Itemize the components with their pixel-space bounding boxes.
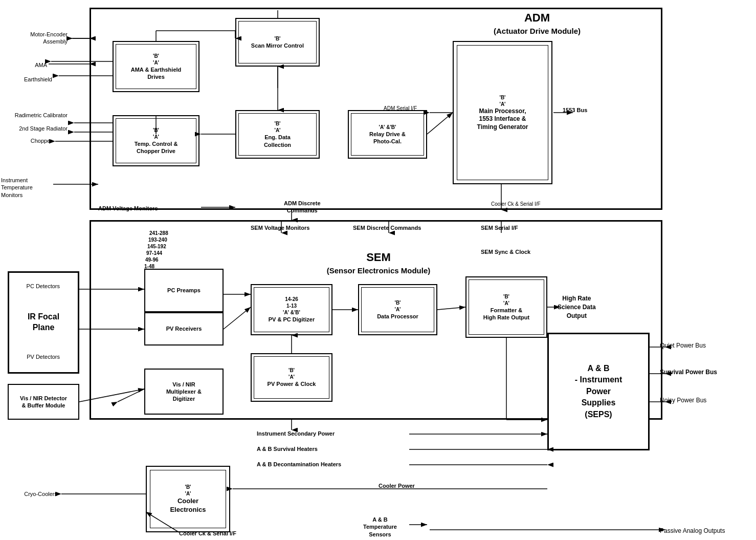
cooler-a-label: 'A' xyxy=(185,490,191,497)
pv-digitizer-range2: 1-13 xyxy=(286,303,297,309)
data-proc-label: Data Processor xyxy=(377,313,418,320)
ab-temp-sensors-label: A & BTemperatureSensors xyxy=(363,516,397,538)
scan-mirror-b-label: 'B' xyxy=(275,35,281,42)
ir-focal-plane-label: IR Focal Plane xyxy=(28,312,59,333)
eng-data-box: 'B' 'A' Eng. Data Collection xyxy=(235,110,320,159)
pv-digitizer-box: 14-26 1-13 'A' &'B' PV & PC Digitizer xyxy=(251,284,332,335)
cryo-coolers-label: Cryo-Coolers xyxy=(1,490,57,498)
sem-discrete-commands-label: SEM Discrete Commands xyxy=(353,224,421,231)
data-proc-a-label: 'A' xyxy=(395,306,401,313)
pv-receivers-label: PV Receivers xyxy=(166,325,202,332)
pv-power-label: PV Power & Clock xyxy=(268,380,316,387)
data-proc-b-label: 'B' xyxy=(395,299,401,306)
motor-encoder-label: Motor-EncoderAssembly xyxy=(1,31,68,46)
eng-data-b-label: 'B' xyxy=(275,120,281,127)
earthshield-label: Earthshield xyxy=(1,76,52,83)
quiet-power-bus-label: Quiet Power Bus xyxy=(660,342,706,350)
pv-digitizer-range1: 14-26 xyxy=(285,296,298,303)
pc-preamps-stack: 241-288 193-240 145-192 97-144 49-96 1-4… xyxy=(144,233,224,276)
main-processor-outer: 'B' 'A' Main Processor, 1553 Interface &… xyxy=(453,41,552,184)
temp-control-label: Temp. Control & Chopper Drive xyxy=(135,140,178,155)
ama-drives-a-label: 'A' xyxy=(153,59,159,66)
seps-label: A & B - Instrument Power Supplies (SEPS) xyxy=(575,363,622,420)
eng-data-label: Eng. Data Collection xyxy=(264,134,291,148)
chopper-label: Chopper xyxy=(1,137,52,144)
adm-subtitle: (Actuator Drive Module) xyxy=(419,27,655,35)
decontamination-heaters-label: A & B Decontamination Heaters xyxy=(257,461,341,468)
high-rate-output-label: High RateScience DataOutput xyxy=(558,294,596,320)
ama-drives-label: AMA & Earthshield Drives xyxy=(131,66,182,81)
ama-drives-box: 'B' 'A' AMA & Earthshield Drives xyxy=(113,41,199,92)
vis-nir-label: Vis / NIR Multiplexer & Digitizer xyxy=(166,381,202,403)
noisy-power-bus-label: Noisy Power Bus xyxy=(660,397,706,405)
temp-control-b-label: 'B' xyxy=(153,127,159,134)
passive-analog-outputs-label: Passive Analog Outputs xyxy=(660,527,725,535)
pv-power-clock-box: 'B' 'A' PV Power & Clock xyxy=(251,353,332,402)
instrument-temp-label: InstrumentTemperatureMonitors xyxy=(1,177,52,199)
survival-heaters-label: A & B Survival Heaters xyxy=(257,445,318,452)
relay-drive-label: Relay Drive & Photo-Cal. xyxy=(369,131,406,145)
main-proc-b-label: 'B' xyxy=(500,94,506,101)
data-processor-box: 'B' 'A' Data Processor xyxy=(358,284,437,335)
adm-serial-if-label: ADM Serial I/F xyxy=(384,105,417,112)
vis-nir-detector-label: Vis / NIR Detector & Buffer Module xyxy=(20,395,67,409)
pv-detectors-label: PV Detectors xyxy=(1,353,60,360)
radimetric-calibrator-label: Radimetric Calibrator xyxy=(1,112,68,119)
cooler-label: Cooler Electronics xyxy=(170,497,206,514)
scan-mirror-label: Scan Mirror Control xyxy=(251,42,304,49)
diagram-container: ADM (Actuator Drive Module) 'B' Scan Mir… xyxy=(0,0,756,540)
formatter-b-label: 'B' xyxy=(503,293,509,300)
cooler-outer: 'B' 'A' Cooler Electronics xyxy=(146,466,230,532)
main-proc-a-label: 'A' xyxy=(500,101,506,107)
cooler-b-label: 'B' xyxy=(185,484,191,490)
bus-1553-label: 1553 Bus xyxy=(563,106,587,114)
eng-data-a-label: 'A' xyxy=(275,127,281,134)
sem-sync-clock-label: SEM Sync & Clock xyxy=(481,248,530,255)
sem-serial-if-label: SEM Serial I/F xyxy=(481,224,518,231)
formatter-label: Formatter & High Rate Output xyxy=(483,307,529,321)
seps-box: A & B - Instrument Power Supplies (SEPS) xyxy=(547,333,650,450)
cooler-ck-serial-top-label: Cooler Ck & Serial I/F xyxy=(491,201,541,207)
adm-discrete-commands-label: ADM DiscreteCommands xyxy=(284,200,321,214)
cooler-ck-serial-bottom-label: Cooler Ck & Serial I/F xyxy=(179,530,236,537)
sem-voltage-monitors-label: SEM Voltage Monitors xyxy=(251,224,309,231)
pv-power-b-label: 'B' xyxy=(288,367,295,374)
pc-detectors-label: PC Detectors xyxy=(1,283,60,290)
ama-label: AMA xyxy=(1,61,47,69)
relay-drive-box: 'A' &'B' Relay Drive & Photo-Cal. xyxy=(348,110,427,159)
temp-control-a-label: 'A' xyxy=(153,134,159,140)
vis-nir-box: Vis / NIR Multiplexer & Digitizer xyxy=(144,369,224,415)
survival-power-bus-label: Survival Power Bus xyxy=(660,369,717,377)
sem-subtitle: (Sensor Electronics Module) xyxy=(276,266,481,275)
temp-control-box: 'B' 'A' Temp. Control & Chopper Drive xyxy=(113,115,199,166)
adm-title: ADM xyxy=(419,11,655,25)
ama-drives-b-label: 'B' xyxy=(153,53,159,59)
cooler-power-label: Cooler Power xyxy=(379,482,415,489)
pv-receivers-box: PV Receivers xyxy=(144,312,224,345)
pv-power-a-label: 'A' xyxy=(288,374,295,380)
pv-digitizer-redundancy: 'A' &'B' xyxy=(283,309,300,316)
pc-preamps-label: PC Preamps xyxy=(167,287,201,294)
pv-digitizer-label: PV & PC Digitizer xyxy=(269,316,315,323)
scan-mirror-control-box: 'B' Scan Mirror Control xyxy=(235,18,320,67)
instrument-secondary-power-label: Instrument Secondary Power xyxy=(257,430,335,437)
adm-voltage-monitors-label: ADM Voltage Monitors xyxy=(98,205,158,212)
formatter-box: 'B' 'A' Formatter & High Rate Output xyxy=(465,276,547,338)
main-proc-label: Main Processor, 1553 Interface & Timing … xyxy=(477,107,528,132)
vis-nir-detector-box: Vis / NIR Detector & Buffer Module xyxy=(8,384,79,420)
relay-drive-ab-label: 'A' &'B' xyxy=(379,124,396,131)
second-stage-radiator-label: 2nd Stage Radiator xyxy=(1,125,68,132)
sem-title: SEM xyxy=(276,251,481,264)
formatter-a-label: 'A' xyxy=(503,300,509,307)
